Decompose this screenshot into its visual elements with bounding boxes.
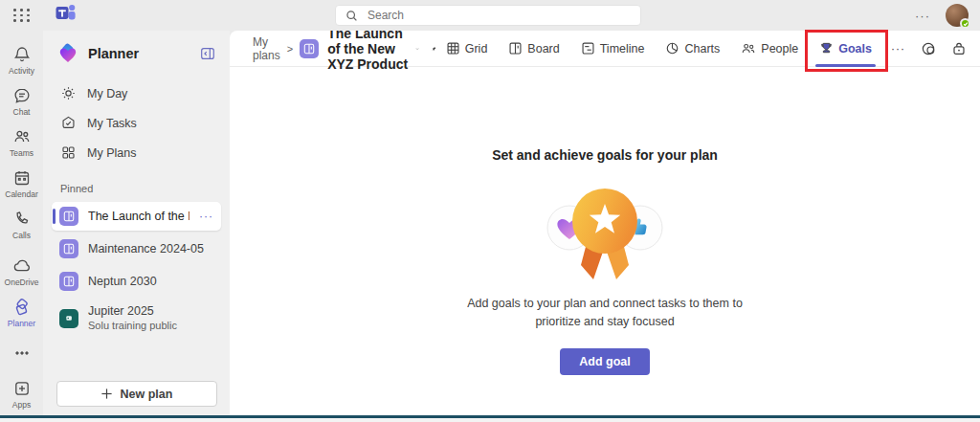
award-badge-illustration xyxy=(533,178,677,285)
rail-item-calendar[interactable]: Calendar xyxy=(0,164,43,205)
calendar-icon xyxy=(12,168,32,188)
more-icon xyxy=(12,344,32,363)
search-box[interactable] xyxy=(335,5,641,26)
collapse-pane-icon[interactable] xyxy=(199,45,216,62)
tab-label: People xyxy=(761,42,798,56)
tab-people[interactable]: People xyxy=(731,36,808,60)
top-bar: ··· xyxy=(0,0,980,31)
rail-item-chat[interactable]: Chat xyxy=(0,81,43,122)
plan-title: Maintenance 2024-05 xyxy=(88,242,213,255)
planner-sidebar: Planner My Day My Tasks xyxy=(43,31,230,415)
rail-label: Calls xyxy=(12,231,31,240)
empty-state-title: Set and achieve goals for your plan xyxy=(492,147,718,163)
tab-label: Timeline xyxy=(600,42,645,56)
search-input[interactable] xyxy=(368,9,616,22)
new-plan-button[interactable]: New plan xyxy=(56,381,217,407)
apps-icon xyxy=(12,379,32,398)
avatar[interactable] xyxy=(946,4,969,27)
teams-logo[interactable] xyxy=(54,2,78,29)
plan-board-icon xyxy=(59,272,78,291)
grid-view-icon xyxy=(446,41,460,56)
sidebar-item-my-plans[interactable]: My Plans xyxy=(52,138,221,167)
plan-subtitle: Solu training public xyxy=(88,320,177,333)
sidebar-item-my-tasks[interactable]: My Tasks xyxy=(52,108,221,138)
tab-charts[interactable]: Charts xyxy=(656,36,729,60)
plan-title: Jupiter 2025 xyxy=(88,304,177,320)
sun-icon xyxy=(60,85,77,101)
grid-2x2-icon xyxy=(60,144,77,161)
rail-item-more[interactable] xyxy=(0,339,43,368)
rail-label: Chat xyxy=(13,107,31,117)
pinned-section-heading: Pinned xyxy=(52,167,221,202)
plan-board-icon xyxy=(59,239,78,258)
rail-item-teams[interactable]: Teams xyxy=(0,122,43,164)
rail-label: Teams xyxy=(10,148,33,158)
phone-icon xyxy=(12,210,32,229)
breadcrumb-my-plans[interactable]: My plans xyxy=(253,35,280,62)
rail-label: Apps xyxy=(12,400,31,410)
plan-board-icon xyxy=(300,39,319,58)
charts-pie-icon xyxy=(665,41,679,56)
plus-icon xyxy=(100,388,113,400)
rail-item-activity[interactable]: Activity xyxy=(0,40,43,81)
copilot-icon[interactable] xyxy=(921,41,936,56)
pinned-plan-maintenance[interactable]: Maintenance 2024-05 xyxy=(52,234,221,263)
app-rail: Activity Chat Teams Calendar xyxy=(0,31,43,415)
rail-item-calls[interactable]: Calls xyxy=(0,205,43,246)
presence-badge xyxy=(960,18,970,29)
rail-label: Planner xyxy=(8,319,35,328)
pinned-plan-launch-xyz[interactable]: The Launch of the New XYZ ... ··· xyxy=(52,202,221,231)
empty-state-description: Add goals to your plan and connect tasks… xyxy=(447,295,763,332)
tab-label: Board xyxy=(527,42,559,56)
rail-label: Activity xyxy=(9,66,34,76)
sidebar-app-title: Planner xyxy=(88,46,190,61)
teams-people-icon xyxy=(12,127,32,146)
cloud-icon xyxy=(12,256,32,276)
view-tabs: Grid Board Timeline xyxy=(436,36,967,60)
tab-board[interactable]: Board xyxy=(499,36,568,60)
plan-title-heading: The Launch of the New XYZ Product xyxy=(327,26,408,72)
rail-item-apps[interactable]: Apps xyxy=(0,374,43,415)
sidebar-item-label: My Plans xyxy=(87,146,136,160)
tabs-more-button[interactable]: ··· xyxy=(883,42,913,56)
pinned-plan-neptun[interactable]: Neptun 2030 xyxy=(52,267,221,296)
tab-timeline[interactable]: Timeline xyxy=(571,36,655,60)
plan-title: Neptun 2030 xyxy=(88,275,213,288)
rail-item-planner[interactable]: Planner xyxy=(0,293,43,334)
pinned-plan-jupiter[interactable]: Jupiter 2025 Solu training public xyxy=(52,300,221,337)
tab-label: Grid xyxy=(465,42,488,56)
plan-more-button[interactable]: ··· xyxy=(199,210,213,223)
sidebar-item-my-day[interactable]: My Day xyxy=(52,78,221,108)
chevron-down-icon[interactable] xyxy=(415,43,419,55)
waffle-menu-icon[interactable] xyxy=(13,9,31,22)
rail-label: Calendar xyxy=(5,189,38,199)
timeline-view-icon xyxy=(581,41,595,56)
breadcrumb: My plans > The Launch of the New XYZ Pro… xyxy=(253,26,436,72)
rail-item-onedrive[interactable]: OneDrive xyxy=(0,252,43,293)
breadcrumb-separator: > xyxy=(287,43,293,55)
tab-grid[interactable]: Grid xyxy=(436,36,498,60)
sidebar-item-label: My Day xyxy=(87,87,127,100)
topbar-more-button[interactable]: ··· xyxy=(915,9,930,23)
bottom-filler xyxy=(0,418,980,422)
tab-label: Goals xyxy=(838,42,872,56)
planner-icon xyxy=(12,298,32,317)
task-check-icon xyxy=(60,115,77,131)
tab-goals[interactable]: Goals xyxy=(810,36,881,60)
add-goal-button[interactable]: Add goal xyxy=(560,348,649,375)
sidebar-item-label: My Tasks xyxy=(87,117,137,130)
plan-title: The Launch of the New XYZ ... xyxy=(88,210,189,223)
goals-empty-state: Set and achieve goals for your plan xyxy=(230,67,980,415)
plan-board-icon xyxy=(59,207,78,226)
lock-icon[interactable] xyxy=(951,41,967,56)
chat-icon xyxy=(12,86,32,105)
search-icon xyxy=(345,10,358,22)
board-view-icon xyxy=(508,41,523,56)
loop-workspace-icon xyxy=(59,309,78,328)
goals-trophy-icon xyxy=(819,41,834,56)
planner-logo xyxy=(56,42,79,65)
bell-icon xyxy=(12,45,32,64)
tab-label: Charts xyxy=(684,42,720,56)
new-plan-label: New plan xyxy=(121,388,173,401)
active-tab-underline xyxy=(815,64,876,67)
